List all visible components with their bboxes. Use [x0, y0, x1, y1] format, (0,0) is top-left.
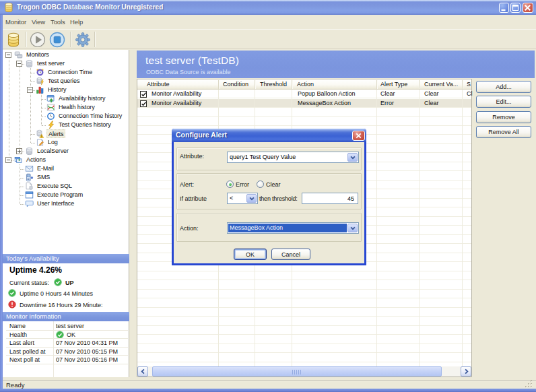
dropdown-button[interactable] [347, 224, 358, 232]
tree-item-label: E-Mail [36, 164, 55, 173]
row-checkbox[interactable] [140, 91, 147, 98]
collapse-toggle[interactable] [16, 61, 22, 67]
menu-monitor[interactable]: Monitor [5, 15, 26, 29]
add-button[interactable]: Add... [476, 81, 531, 93]
tree-item-user-interface[interactable]: User Interface [3, 199, 129, 208]
tree-item-test-queries[interactable]: Test queries [3, 77, 129, 86]
dialog-body: Attribute: query1 Test Query Value Alert… [174, 142, 364, 263]
collapse-toggle[interactable] [27, 87, 33, 93]
tree-item-label: LocalServer [36, 147, 70, 156]
threshold-input[interactable] [302, 193, 358, 204]
operator-combobox[interactable]: < [227, 193, 258, 204]
col-attribute[interactable]: Attribute [147, 79, 170, 90]
tree-item-execute-sql[interactable]: Execute SQL [3, 182, 129, 191]
column-separator[interactable] [218, 80, 219, 89]
clear-radio-label[interactable]: Clear [266, 181, 281, 188]
cell-action: Popup Balloon Action [298, 90, 356, 99]
cancel-button[interactable]: Cancel [271, 249, 310, 260]
tree-item-label: User Interface [36, 199, 75, 208]
error-radio-label[interactable]: Error [236, 181, 249, 188]
tree-item-label: Log [46, 138, 59, 147]
dialog-close-button[interactable] [352, 131, 365, 141]
col-status[interactable]: S [467, 79, 471, 90]
scroll-right-button[interactable] [461, 366, 471, 377]
scroll-left-button[interactable] [137, 366, 148, 377]
dialog-close-icon [355, 132, 362, 139]
chevron-down-icon [349, 225, 356, 232]
attribute-combobox[interactable]: query1 Test Query Value [227, 152, 359, 163]
tree-item-execute-program[interactable]: Execute Program [3, 191, 129, 199]
tree-item-alerts[interactable]: Alerts [3, 129, 129, 138]
tree-item-availability-history[interactable]: Availability history [3, 94, 129, 103]
clock-icon [36, 68, 44, 77]
start-monitoring-button[interactable] [29, 31, 46, 48]
settings-button[interactable] [74, 31, 92, 48]
tree-item-log[interactable]: Log [3, 138, 129, 147]
dropdown-button[interactable] [246, 194, 257, 203]
tree-item-test-server[interactable]: test server [3, 59, 129, 68]
stop-icon [49, 32, 65, 48]
column-separator[interactable] [419, 80, 420, 89]
attribute-combobox-value: query1 Test Query Value [230, 153, 347, 162]
minimize-button[interactable] [499, 3, 509, 13]
tree-item-health-history[interactable]: Health history [3, 103, 129, 112]
action-label: Action: [180, 225, 199, 232]
info-label: Next poll at [9, 356, 40, 363]
tree-line [42, 108, 46, 108]
clock-history-icon [46, 112, 55, 121]
remove-button[interactable]: Remove [476, 111, 531, 123]
ok-button[interactable]: OK [234, 249, 267, 260]
collapse-toggle[interactable] [5, 157, 11, 163]
resize-grip[interactable] [525, 381, 533, 388]
col-current-value[interactable]: Current Va... [424, 79, 458, 90]
title-bar[interactable]: Trogon ODBC Database Monitor Unregistere… [0, 0, 536, 15]
edit-button[interactable]: Edit... [476, 96, 531, 108]
menu-view[interactable]: View [32, 15, 45, 29]
expand-toggle[interactable] [16, 148, 22, 154]
maximize-button[interactable] [510, 3, 521, 13]
dropdown-button[interactable] [347, 153, 358, 162]
collapse-toggle[interactable] [5, 52, 11, 58]
clear-radio[interactable] [257, 181, 264, 188]
error-radio[interactable] [226, 181, 234, 188]
scrollbar-thumb[interactable] [152, 366, 442, 377]
action-combobox[interactable]: MessageBox Action [227, 222, 359, 234]
row-checkbox[interactable] [140, 100, 147, 107]
col-action[interactable]: Action [297, 79, 314, 90]
stop-monitoring-button[interactable] [48, 31, 66, 48]
cell-current-value: Clear [424, 90, 439, 99]
tree-item-monitors[interactable]: Monitors [3, 51, 129, 59]
tree-item-label: Health history [57, 103, 96, 112]
sql-page-icon [25, 182, 34, 191]
dialog-title-bar[interactable]: Configure Alert [172, 129, 366, 142]
column-separator[interactable] [255, 80, 255, 89]
maximize-icon [511, 3, 520, 12]
attribute-label: Attribute: [180, 153, 204, 160]
remove-all-button[interactable]: Remove All [476, 126, 531, 138]
tree-item-connection-time-history[interactable]: Connection Time history [3, 112, 129, 121]
tree-item-sms[interactable]: SMS [3, 173, 129, 182]
column-separator[interactable] [376, 80, 377, 89]
column-separator[interactable] [462, 80, 463, 89]
tree-item-test-queries-history[interactable]: Test Queries history [3, 121, 129, 129]
col-condition[interactable]: Condition [223, 79, 248, 90]
column-separator[interactable] [292, 80, 292, 89]
tree-item-localserver[interactable]: LocalServer [3, 147, 129, 156]
close-icon [523, 3, 532, 12]
horizontal-scrollbar[interactable] [137, 366, 471, 377]
cell-attribute: Monitor Availability [152, 99, 201, 108]
tree-item-actions[interactable]: Actions [3, 156, 129, 164]
menu-tools[interactable]: Tools [51, 15, 65, 29]
close-button[interactable] [523, 3, 533, 13]
col-alert-type[interactable]: Alert Type [380, 79, 407, 90]
tree-item-history[interactable]: History [3, 86, 129, 94]
toolbar [3, 29, 536, 49]
tree-item-connection-time[interactable]: Connection Time [3, 68, 129, 77]
tree-item-e-mail[interactable]: E-Mail [3, 164, 129, 173]
col-threshold[interactable]: Threshold [260, 79, 287, 90]
menu-help[interactable]: Help [70, 15, 83, 29]
database-tool-button[interactable] [5, 31, 22, 48]
availability-header: Today's Availability [3, 254, 129, 263]
window-border-bottom [0, 389, 536, 392]
scrollbar-grip [292, 370, 302, 374]
